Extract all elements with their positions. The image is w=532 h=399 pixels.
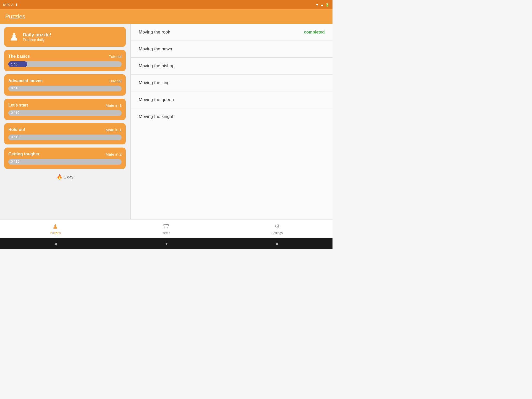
progress-label: 1 / 6	[8, 62, 20, 67]
card-title: Let's start	[8, 103, 28, 108]
main-content: ♟ Daily puzzle! Practice daily The basic…	[0, 24, 332, 219]
card-title: Getting tougher	[8, 152, 39, 156]
lesson-item-rook[interactable]: Moving the rook completed	[131, 24, 332, 41]
nav-item-settings[interactable]: ⚙ Settings	[222, 220, 332, 238]
card-type: Mate in 1	[105, 103, 122, 108]
hold-on-card[interactable]: Hold on! Mate in 1 0 / 10	[4, 123, 126, 144]
progress-bar: 0 / 10	[8, 86, 122, 91]
items-icon: 🛡	[163, 223, 169, 230]
progress-label: 0 / 10	[8, 110, 22, 115]
card-header: Getting tougher Mate in 2	[8, 152, 122, 156]
progress-bar: 0 / 10	[8, 110, 122, 116]
progress-label: 0 / 10	[8, 159, 22, 164]
progress-filled: 1 / 6	[8, 61, 27, 67]
daily-title: Daily puzzle!	[23, 32, 51, 38]
puzzles-icon: ♟	[52, 223, 58, 230]
status-left: 5:15 A ⬇	[3, 3, 18, 7]
left-panel: ♟ Daily puzzle! Practice daily The basic…	[0, 24, 130, 219]
notification-icon-a: A	[11, 3, 14, 7]
advanced-moves-card[interactable]: Advanced moves Tutorial 0 / 10	[4, 74, 126, 96]
home-button[interactable]: ●	[165, 241, 168, 246]
app-bar: Puzzles	[0, 9, 332, 24]
card-title: Hold on!	[8, 127, 25, 132]
right-panel: Moving the rook completed Moving the paw…	[131, 24, 332, 219]
getting-tougher-card[interactable]: Getting tougher Mate in 2 0 / 10	[4, 148, 126, 169]
lesson-title: Moving the queen	[139, 97, 174, 102]
lesson-item-king[interactable]: Moving the king	[131, 75, 332, 91]
card-type: Tutorial	[109, 79, 122, 83]
daily-subtitle: Practice daily	[23, 38, 51, 42]
the-basics-card[interactable]: The basics Tutorial 1 / 6	[4, 50, 126, 71]
streak-bar: 🔥 1 day	[4, 172, 126, 182]
status-right: ▼ ▲ 🔋	[315, 3, 329, 7]
progress-bar: 0 / 10	[8, 135, 122, 140]
nav-label-puzzles: Puzzles	[50, 231, 61, 235]
recent-button[interactable]: ■	[276, 241, 278, 246]
card-header: The basics Tutorial	[8, 54, 122, 59]
streak-label: 1 day	[64, 175, 74, 179]
daily-text: Daily puzzle! Practice daily	[23, 32, 51, 42]
chess-piece-icon: ♟	[9, 32, 19, 42]
lesson-title: Moving the rook	[139, 30, 170, 35]
nav-label-items: Items	[162, 231, 170, 235]
card-type: Tutorial	[109, 54, 122, 59]
settings-icon: ⚙	[274, 223, 280, 230]
card-type: Mate in 2	[105, 152, 122, 156]
lesson-item-knight[interactable]: Moving the knight	[131, 108, 332, 125]
time-display: 5:15	[3, 3, 10, 7]
app-title: Puzzles	[5, 13, 25, 20]
lesson-title: Moving the king	[139, 80, 170, 85]
lesson-title: Moving the bishop	[139, 63, 175, 69]
progress-label: 0 / 10	[8, 135, 22, 139]
card-title: The basics	[8, 54, 30, 59]
status-bar: 5:15 A ⬇ ▼ ▲ 🔋	[0, 0, 332, 9]
daily-puzzle-card[interactable]: ♟ Daily puzzle! Practice daily	[4, 27, 126, 47]
battery-icon: 🔋	[325, 3, 329, 7]
bottom-nav: ♟ Puzzles 🛡 Items ⚙ Settings	[0, 219, 332, 238]
lesson-item-bishop[interactable]: Moving the bishop	[131, 58, 332, 75]
android-nav: ◀ ● ■	[0, 238, 332, 249]
download-icon: ⬇	[15, 3, 18, 7]
nav-item-items[interactable]: 🛡 Items	[111, 220, 222, 238]
lesson-completed-badge: completed	[304, 30, 325, 35]
progress-label: 0 / 10	[8, 86, 22, 91]
nav-item-puzzles[interactable]: ♟ Puzzles	[0, 220, 111, 238]
lesson-item-queen[interactable]: Moving the queen	[131, 91, 332, 108]
fire-icon: 🔥	[57, 174, 62, 180]
lesson-title: Moving the pawn	[139, 46, 172, 52]
card-header: Advanced moves Tutorial	[8, 78, 122, 83]
wifi-icon: ▼	[315, 3, 319, 7]
progress-bar: 0 / 10	[8, 159, 122, 165]
lets-start-card[interactable]: Let's start Mate in 1 0 / 10	[4, 99, 126, 120]
signal-icon: ▲	[320, 3, 324, 7]
back-button[interactable]: ◀	[54, 241, 57, 246]
lesson-title: Moving the knight	[139, 114, 173, 119]
lesson-item-pawn[interactable]: Moving the pawn	[131, 41, 332, 58]
card-header: Hold on! Mate in 1	[8, 127, 122, 132]
card-header: Let's start Mate in 1	[8, 103, 122, 108]
nav-label-settings: Settings	[271, 231, 283, 235]
progress-bar: 1 / 6	[8, 61, 122, 67]
card-title: Advanced moves	[8, 78, 43, 83]
card-type: Mate in 1	[105, 128, 122, 132]
